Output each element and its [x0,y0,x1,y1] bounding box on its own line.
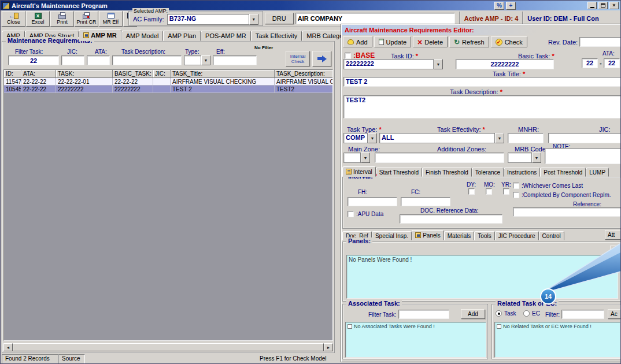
source-status[interactable]: Source [58,354,85,364]
whichever-checkbox[interactable] [513,183,519,189]
panels-list[interactable]: No Panels Were Found ! [346,255,618,299]
related-task-radio-option[interactable]: Task [496,310,516,317]
tab-tools[interactable]: Tools [474,231,494,240]
tab-jic-procedure[interactable]: JIC Procedure [495,231,539,240]
titlebar-compare-icon[interactable]: % [494,2,504,10]
chevron-down-icon[interactable]: ▼ [201,55,210,65]
grid-header-task-title[interactable]: TASK_Title: [171,70,275,78]
dy-checkbox[interactable] [468,188,475,195]
tab-control[interactable]: Control [539,231,564,240]
ac-family-combo[interactable]: B737-NG ▼ [167,14,258,25]
tab-amp-mr[interactable]: AMP MR [79,29,121,41]
tab-finish-threshold[interactable]: Finish Threshold [422,168,472,177]
grid-header-ata[interactable]: ATA: [21,70,56,78]
filter-jic-input[interactable] [61,55,84,65]
grid-header-jic[interactable]: JIC: [153,70,171,78]
chevron-down-icon[interactable]: ▼ [434,59,443,69]
add-button[interactable]: Add [343,36,372,47]
task-id-combo[interactable]: 22222222 ▼ [343,59,443,69]
delete-button[interactable]: ×Delete [413,36,448,47]
task-description-field[interactable]: TEST2 [343,95,621,118]
grid-header-task-description[interactable]: TASK_Description: [275,70,332,78]
mr-eff-button[interactable]: MR Eff [99,11,123,27]
jic-input[interactable] [548,133,621,143]
tab-start-threshold[interactable]: Start Threshold [376,168,422,177]
maximize-button[interactable] [598,2,608,9]
task-type-combo[interactable]: COMP ▼ [343,133,377,143]
mo-checkbox[interactable] [486,188,492,195]
reference-input[interactable] [513,207,621,217]
related-task-list[interactable]: No Related Tasks or EC Were Found ! [494,322,620,358]
grid-header-id[interactable]: ID: [4,70,21,78]
related-ec-radio-option[interactable]: EC [523,310,540,317]
tab-lump[interactable]: LUMP [586,168,609,177]
grid-header-basic-task[interactable]: BASIC_TASK: [113,70,153,78]
tab-amp-plan[interactable]: AMP Plan [163,31,201,41]
filter-eff-input[interactable] [213,55,257,65]
minimize-button[interactable] [587,2,597,9]
chevron-down-icon[interactable]: ▼ [361,153,370,163]
ata-field-2[interactable]: 22 [604,58,620,68]
task-effectivity-combo[interactable]: ALL ▼ [379,133,504,143]
list-item-checkbox[interactable] [497,324,501,329]
chevron-down-icon[interactable]: ▼ [249,14,258,25]
note-field[interactable] [545,148,621,164]
internal-check-button[interactable]: Internal Check [286,51,310,66]
related-add-button[interactable]: Ac [608,309,621,319]
requirements-grid[interactable]: ID: ATA: TASK: BASIC_TASK: JIC: TASK_Tit… [3,69,333,341]
fc-input[interactable] [401,197,450,206]
table-row[interactable]: 11547 22-22-22 22-22-22-01 22-22-22 AIRF… [4,78,332,86]
titlebar-move-icon[interactable]: + [506,2,516,10]
completed-by-component-option[interactable]: :Completed By Component Replm. [513,192,611,198]
whichever-comes-last-option[interactable]: :Whichever Comes Last [513,183,583,189]
tab-materials[interactable]: Materials [444,231,475,240]
filter-go-button[interactable] [312,51,331,66]
doc-reference-input[interactable] [400,214,502,224]
grid-horizontal-scrollbar[interactable]: ◄ ► [3,343,333,351]
tab-pos-amp-mr[interactable]: POS-AMP MR [201,31,251,41]
task-radio[interactable] [496,310,502,317]
tab-panels[interactable]: Panels [412,230,444,240]
chevron-down-icon[interactable]: ▼ [368,133,377,143]
tab-post-threshold[interactable]: Post Threshold [540,168,586,177]
tab-special-insp[interactable]: Special Insp. [372,231,412,240]
filter-task-input[interactable] [8,55,59,65]
company-field[interactable]: AIR COMPANY [295,13,455,24]
tab-interval[interactable]: Interval [342,166,376,177]
chevron-down-icon[interactable]: ▼ [532,153,541,163]
check-button[interactable]: ✓Check [491,36,527,47]
mnhr-input[interactable] [508,133,544,143]
filter-type-combo[interactable]: ▼ [184,55,210,65]
update-button[interactable]: Update [374,36,411,47]
fh-input[interactable] [348,197,397,206]
tab-instructions[interactable]: Instructions [504,168,540,177]
ec-radio[interactable] [523,310,530,317]
associated-add-button[interactable]: Add [461,309,485,319]
grid-header-task[interactable]: TASK: [56,70,113,78]
task-title-field[interactable]: TEST 2 [343,77,621,87]
base-checkbox[interactable] [345,53,351,59]
attach-button[interactable]: Att [605,230,621,240]
mrb-code-combo[interactable]: ▼ [508,153,541,163]
main-zone-combo[interactable]: ▼ [343,153,370,163]
apu-data-option[interactable]: :APU Data [348,211,383,217]
list-item-checkbox[interactable] [348,324,352,329]
related-filter-input[interactable] [561,310,604,319]
close-window-button[interactable]: × [609,2,619,9]
dru-button[interactable]: DRU [265,13,294,24]
tab-tolerance[interactable]: Tolerance [472,168,504,177]
filter-ata-input[interactable] [87,55,110,65]
print-button[interactable]: Print [50,11,74,27]
ata-field-1[interactable]: 22 [582,58,598,68]
yr-checkbox[interactable] [503,188,509,195]
associated-task-list[interactable]: No Associated Tasks Were Found ! [345,322,486,358]
tab-amp-model[interactable]: AMP Model [121,31,164,41]
basic-task-field[interactable]: 22222222 [456,59,554,69]
table-row-selected[interactable]: 10545 22-22-22 22222222 22222222 TEST 2 … [4,86,332,93]
completed-checkbox[interactable] [513,192,519,198]
refresh-button[interactable]: ↻Refresh [449,36,489,47]
associated-filter-input[interactable] [398,310,449,319]
apu-checkbox[interactable] [348,211,354,217]
tab-task-effectivity[interactable]: Task Effectivity [251,31,302,41]
close-button[interactable]: ← Close [2,11,25,27]
